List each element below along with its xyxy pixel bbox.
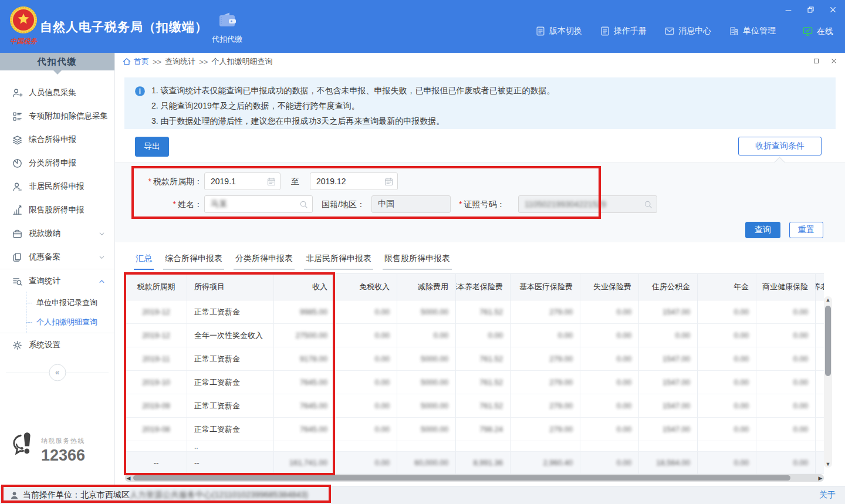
cell-value: 5000.00 bbox=[397, 394, 456, 418]
cell-ellipsis bbox=[335, 441, 397, 452]
sidebar-item-classified-income[interactable]: 分类所得申报 bbox=[0, 151, 114, 175]
restore-button[interactable] bbox=[804, 4, 817, 15]
cell-total-value: 0.00 bbox=[580, 452, 639, 474]
table-row[interactable]: 2019-10正常工资薪金7645.000.005000.00761.52279… bbox=[126, 371, 824, 394]
hotline-number: 12366 bbox=[41, 447, 85, 465]
cell-value: 0.00 bbox=[756, 371, 816, 394]
collapse-caret bbox=[774, 157, 785, 167]
period-to-label: 至 bbox=[291, 177, 299, 187]
cell-value: 761.52 bbox=[456, 300, 511, 324]
tab-2[interactable]: 分类所得申报表 bbox=[234, 251, 295, 270]
breadcrumb-home[interactable]: 首页 bbox=[134, 56, 149, 67]
search-list-icon bbox=[12, 276, 23, 287]
cell-ellipsis bbox=[580, 441, 639, 452]
table-row[interactable]: 2019-09正常工资薪金7645.000.005000.00761.52279… bbox=[126, 394, 824, 418]
query-button[interactable]: 查询 bbox=[745, 222, 780, 238]
nationality-input: 中国 bbox=[371, 195, 451, 213]
online-status[interactable]: 在线 bbox=[802, 26, 833, 37]
cell-value: 761.52 bbox=[456, 394, 511, 418]
about-link[interactable]: 关于 bbox=[819, 490, 836, 500]
cell-value: 0.00 bbox=[580, 347, 639, 371]
vertical-scroll-thumb[interactable] bbox=[825, 306, 831, 376]
tab-1[interactable]: 综合所得申报表 bbox=[163, 251, 224, 270]
sidebar-item-special-deduction[interactable]: 专项附加扣除信息采集 bbox=[0, 104, 114, 128]
cell-value: 7645.00 bbox=[274, 394, 335, 418]
search-icon[interactable] bbox=[299, 199, 309, 209]
sidebar-collapse-row: « bbox=[0, 364, 114, 381]
name-input[interactable]: 马某 bbox=[204, 195, 313, 213]
table-row[interactable]: 2019-12全年一次性奖金收入27500.000.000.000.000.00… bbox=[126, 324, 824, 347]
cell-value: 7645.00 bbox=[274, 371, 335, 394]
header-menu-message-center[interactable]: 消息中心 bbox=[664, 26, 711, 36]
pie-icon bbox=[12, 158, 23, 169]
notice-line-2: 2. 只能查询2019年及之后的数据，不能进行跨年度查询。 bbox=[151, 98, 830, 113]
sidebar-item-restricted-stock[interactable]: 限售股所得申报 bbox=[0, 198, 114, 222]
search-icon[interactable] bbox=[643, 199, 653, 209]
table-row[interactable]: 2019-11正常工资薪金9178.000.005000.00761.52279… bbox=[126, 347, 824, 371]
tab-3[interactable]: 非居民所得申报表 bbox=[304, 251, 373, 270]
person-add-icon bbox=[12, 87, 23, 99]
cell-total-item: -- bbox=[187, 452, 274, 474]
header-menu-manual[interactable]: 操作手册 bbox=[600, 26, 647, 36]
tab-0[interactable]: 汇总 bbox=[134, 251, 154, 270]
cell-value: 0.00 bbox=[698, 300, 756, 324]
cell-value: 279.00 bbox=[511, 371, 580, 394]
tab-4[interactable]: 限售股所得申报表 bbox=[383, 251, 452, 270]
scroll-up-arrow[interactable]: ▲ bbox=[824, 296, 832, 303]
cell-value: 0.00 bbox=[756, 300, 816, 324]
column-header-3: 免税收入 bbox=[335, 274, 397, 300]
sidebar-item-system-settings[interactable]: 系统设置 bbox=[0, 333, 114, 357]
horizontal-scrollbar[interactable]: ◀ ▶ bbox=[125, 474, 824, 482]
export-button[interactable]: 导出 bbox=[135, 137, 169, 157]
sidebar-item-comprehensive-income[interactable]: 综合所得申报 bbox=[0, 128, 114, 151]
sidebar-item-query-statistics[interactable]: 查询统计 bbox=[0, 269, 114, 293]
table-row[interactable]: 2019-08正常工资薪金7645.000.005000.00798.24279… bbox=[126, 418, 824, 441]
panel-maximize-button[interactable] bbox=[812, 57, 822, 66]
table-row[interactable]: 2019-12正常工资薪金9985.000.005000.00761.52279… bbox=[126, 300, 824, 324]
table-ellipsis-row: .. bbox=[126, 441, 824, 452]
scroll-down-arrow[interactable]: ▼ bbox=[824, 461, 832, 468]
reset-button[interactable]: 重置 bbox=[789, 222, 823, 238]
column-header-10: 商业健康保险 bbox=[756, 274, 816, 300]
header-menu-unit-management[interactable]: 单位管理 bbox=[729, 26, 776, 36]
sidebar-collapse-button[interactable]: « bbox=[49, 364, 66, 381]
period-to-input[interactable]: 2019.12 bbox=[310, 172, 398, 190]
cell-income-item: 正常工资薪金 bbox=[187, 394, 274, 418]
cell-value: 7645.00 bbox=[274, 418, 335, 441]
result-tabs: 汇总综合所得申报表分类所得申报表非居民所得申报表限售股所得申报表 bbox=[134, 251, 452, 270]
sidebar-header: 代扣代缴 bbox=[0, 53, 114, 70]
cell-ellipsis bbox=[511, 441, 580, 452]
sidebar-item-preferential-filing[interactable]: 优惠备案 bbox=[0, 245, 114, 269]
column-header-8: 住房公积金 bbox=[639, 274, 698, 300]
sidebar-subitem-unit-declare-record[interactable]: 单位申报记录查询 bbox=[0, 293, 114, 312]
cell-total-value: 8,991.36 bbox=[456, 452, 511, 474]
sidebar-item-query-statistics-label: 查询统计 bbox=[29, 276, 60, 286]
header-menu-unit-management-label: 单位管理 bbox=[743, 26, 776, 36]
current-unit-label: 当前操作单位： bbox=[23, 490, 80, 500]
sidebar-item-personnel-info[interactable]: 人员信息采集 bbox=[0, 81, 114, 104]
top-nav-withholding[interactable]: 代扣代缴 bbox=[204, 11, 250, 45]
sidebar-item-tax-payment[interactable]: 税款缴纳 bbox=[0, 222, 114, 245]
sidebar-item-comprehensive-income-label: 综合所得申报 bbox=[29, 134, 76, 145]
cell-ellipsis bbox=[639, 441, 698, 452]
vertical-scrollbar[interactable]: ▲ ▼ bbox=[824, 296, 832, 468]
column-header-1: 所得项目 bbox=[187, 274, 274, 300]
cell-income-item: 正常工资薪金 bbox=[187, 347, 274, 371]
sidebar-item-nonresident-income[interactable]: 非居民所得申报 bbox=[0, 175, 114, 198]
scroll-left-arrow[interactable]: ◀ bbox=[125, 474, 132, 482]
panel-close-button[interactable] bbox=[830, 57, 839, 66]
cell-value: 0.00 bbox=[816, 300, 824, 324]
scroll-right-arrow[interactable]: ▶ bbox=[817, 474, 824, 482]
cell-value: 0.00 bbox=[816, 324, 824, 347]
hotline-label: 纳税服务热线 bbox=[41, 437, 85, 445]
period-from-input[interactable]: 2019.1 bbox=[204, 172, 280, 190]
sidebar-subitem-personal-withholding-detail[interactable]: 个人扣缴明细查询 bbox=[0, 312, 114, 332]
cell-income-item: 正常工资薪金 bbox=[187, 371, 274, 394]
minimize-button[interactable] bbox=[782, 4, 795, 15]
layers-icon bbox=[12, 134, 23, 146]
collapse-query-conditions-button[interactable]: 收折查询条件 bbox=[738, 137, 822, 155]
header-menu-version-switch[interactable]: 版本切换 bbox=[535, 26, 582, 36]
cell-income-item: 正常工资薪金 bbox=[187, 300, 274, 324]
close-button[interactable] bbox=[826, 4, 839, 15]
horizontal-scroll-thumb[interactable] bbox=[133, 475, 790, 481]
